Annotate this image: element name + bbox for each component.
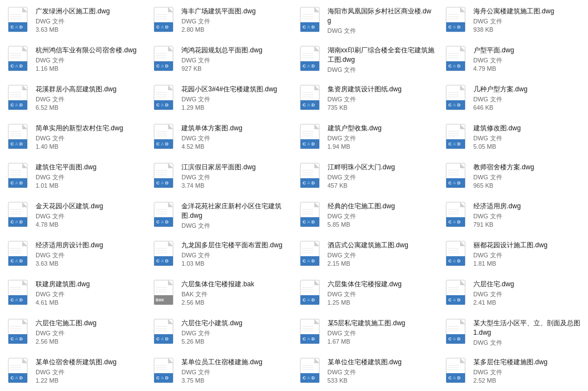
file-name: 江畔明珠小区大门.dwg [328, 163, 434, 172]
list-item[interactable]: C A D 某单位住宅楼建筑图.dwgDWG 文件533 KB [294, 353, 440, 391]
list-item[interactable]: C A D 某大型生活小区平、立、剖面及总图1.dwgDWG 文件 [440, 314, 586, 353]
svg-text:C: C [303, 63, 306, 69]
file-size: 6.52 MB [36, 104, 142, 111]
dwg-file-icon: C A D [300, 241, 323, 270]
list-item[interactable]: C A D 六层住宅施工图.dwgDWG 文件2.56 MB [2, 314, 148, 353]
list-item[interactable]: C A D 湖南xx印刷厂综合楼全套住宅建筑施工图.dwgDWG 文件 [294, 41, 440, 80]
svg-text:C: C [303, 180, 306, 185]
svg-text:C: C [448, 258, 452, 263]
dwg-file-icon: C A D [154, 358, 177, 387]
file-type: DWG 文件 [181, 251, 288, 260]
file-name: 某5层私宅建筑施工图.dwg [328, 319, 434, 328]
list-item[interactable]: C A D 联建房建筑图.dwgDWG 文件4.61 MB [2, 275, 148, 314]
svg-text:A: A [15, 375, 18, 380]
svg-text:A: A [161, 219, 164, 224]
list-item[interactable]: C A D 九龙国多层住宅楼平面布置图.dwgDWG 文件1.03 MB [148, 236, 294, 275]
svg-text:C: C [303, 297, 306, 302]
list-item[interactable]: C A D 江滨假日家居平面图.dwgDWG 文件3.74 MB [148, 158, 294, 197]
list-item[interactable]: C A D 花园小区3#4#住宅楼建筑图.dwgDWG 文件1.29 MB [148, 80, 294, 119]
list-item[interactable]: C A D 建筑户型收集.dwgDWG 文件1.94 MB [294, 119, 440, 158]
file-name: 某单位宿舍楼所建筑图.dwg [36, 358, 142, 367]
list-item[interactable]: C A D 经典的住宅施工图.dwgDWG 文件5.85 MB [294, 197, 440, 236]
list-item[interactable]: C A D 某单位宿舍楼所建筑图.dwgDWG 文件1.22 MB [2, 353, 148, 391]
file-size: 4.52 MB [181, 143, 288, 150]
list-item[interactable]: C A D 几种户型方案.dwgDWG 文件646 KB [440, 80, 586, 119]
svg-rect-350 [446, 382, 465, 383]
svg-text:C: C [156, 258, 160, 263]
list-item[interactable]: C A D 花溪群居小高层建筑图.dwgDWG 文件6.52 MB [2, 80, 148, 119]
list-item[interactable]: C A D 某多层住宅楼建施图.dwgDWG 文件2.52 MB [440, 353, 586, 391]
dwg-file-icon: C A D [8, 124, 31, 153]
list-item[interactable]: C A D 鸿鸿花园规划总平面图.dwgDWG 文件927 KB [148, 41, 294, 80]
list-item[interactable]: C A D 广发绿洲小区施工图.dwgDWG 文件3.63 MB [2, 2, 148, 41]
svg-text:BAK: BAK [156, 298, 164, 302]
list-item[interactable]: C A D 户型平面.dwgDWG 文件4.79 MB [440, 41, 586, 80]
list-item[interactable]: C A D 江畔明珠小区大门.dwgDWG 文件457 KB [294, 158, 440, 197]
dwg-file-icon: C A D [8, 163, 31, 192]
list-item[interactable]: C A D 丽都花园设计施工图.dwgDWG 文件1.81 MB [440, 236, 586, 275]
svg-text:C: C [303, 258, 306, 263]
dwg-file-icon: C A D [8, 46, 31, 75]
list-item[interactable]: C A D 建筑单体方案图.dwgDWG 文件4.52 MB [148, 119, 294, 158]
list-item[interactable]: C A D 六层集体住宅楼报建.dwgDWG 文件1.25 MB [294, 275, 440, 314]
list-item[interactable]: C A D 某单位员工住宿楼建施.dwgDWG 文件3.75 MB [148, 353, 294, 391]
file-name: 某单位住宅楼建筑图.dwg [328, 358, 434, 367]
list-item[interactable]: C A D 海阳市凤凰国际乡村社区商业楼.dwgDWG 文件 [294, 2, 440, 41]
svg-text:D: D [457, 180, 461, 185]
svg-text:C: C [303, 141, 306, 146]
list-item[interactable]: C A D 金洋花苑社家庄新村小区住宅建筑图.dwgDWG 文件 [148, 197, 294, 236]
list-item[interactable]: C A D 经济适用房.dwgDWG 文件791 KB [440, 197, 586, 236]
dwg-file-icon: C A D [8, 358, 31, 387]
file-type: DWG 文件 [36, 134, 142, 143]
svg-text:A: A [453, 102, 456, 107]
file-size: 1.01 MB [36, 182, 142, 189]
list-item[interactable]: C A D 海舟公寓楼建筑施工图.dwgDWG 文件938 KB [440, 2, 586, 41]
file-size: 1.94 MB [328, 143, 434, 150]
svg-text:A: A [15, 297, 18, 302]
svg-rect-2 [8, 31, 27, 32]
svg-rect-110 [8, 148, 27, 149]
dwg-file-icon: C A D [300, 163, 323, 192]
svg-text:C: C [448, 180, 452, 185]
list-item[interactable]: C A D 六层住宅小建筑.dwgDWG 文件5.26 MB [148, 314, 294, 353]
dwg-file-icon: C A D [446, 124, 469, 153]
list-item[interactable]: C A D 建筑修改图.dwgDWG 文件5.05 MB [440, 119, 586, 158]
svg-rect-296 [154, 343, 173, 344]
svg-rect-278 [446, 304, 465, 305]
svg-text:D: D [19, 63, 23, 69]
svg-rect-47 [154, 70, 173, 71]
list-item[interactable]: C A D 杭州鸿信车业有限公司宿舍楼.dwgDWG 文件1.16 MB [2, 41, 148, 80]
file-name: 建筑单体方案图.dwg [181, 124, 288, 133]
svg-rect-200 [300, 226, 319, 227]
svg-text:A: A [307, 258, 310, 263]
list-item[interactable]: BAK 六层集体住宅楼报建.bakBAK 文件2.56 MB [148, 275, 294, 314]
dwg-file-icon: C A D [8, 202, 31, 231]
list-item[interactable]: C A D 某5层私宅建筑施工图.dwgDWG 文件1.67 MB [294, 314, 440, 353]
svg-text:C: C [303, 102, 306, 107]
list-item[interactable]: C A D 简单实用的新型农村住宅.dwgDWG 文件1.40 MB [2, 119, 148, 158]
svg-rect-92 [300, 109, 319, 110]
svg-rect-287 [8, 343, 27, 344]
list-item[interactable]: C A D 经济适用房设计图.dwgDWG 文件3.63 MB [2, 236, 148, 275]
svg-text:D: D [19, 375, 23, 380]
dwg-file-icon: C A D [446, 358, 469, 387]
file-name: 建筑住宅平面图.dwg [36, 163, 142, 172]
svg-text:A: A [15, 102, 18, 107]
list-item[interactable]: C A D 集资房建筑设计图纸.dwgDWG 文件735 KB [294, 80, 440, 119]
file-size: 1.16 MB [36, 65, 142, 72]
list-item[interactable]: C A D 金天花园小区建筑.dwgDWG 文件4.78 MB [2, 197, 148, 236]
svg-text:A: A [453, 258, 456, 263]
list-item[interactable]: C A D 教师宿舍楼方案.dwgDWG 文件965 KB [440, 158, 586, 197]
file-name: 某单位员工住宿楼建施.dwg [181, 358, 288, 367]
dwg-file-icon: C A D [446, 319, 469, 348]
file-size: 1.67 MB [328, 338, 434, 345]
list-item[interactable]: C A D 海丰广场建筑平面图.dwgDWG 文件2.80 MB [148, 2, 294, 41]
svg-text:C: C [156, 219, 160, 224]
list-item[interactable]: C A D 酒店式公寓建筑施工图.dwgDWG 文件2.15 MB [294, 236, 440, 275]
file-name: 海丰广场建筑平面图.dwg [181, 7, 288, 16]
svg-text:C: C [448, 375, 452, 380]
list-item[interactable]: C A D 建筑住宅平面图.dwgDWG 文件1.01 MB [2, 158, 148, 197]
svg-text:A: A [15, 141, 18, 146]
file-size: 533 KB [328, 377, 434, 384]
list-item[interactable]: C A D 六层住宅.dwgDWG 文件2.41 MB [440, 275, 586, 314]
